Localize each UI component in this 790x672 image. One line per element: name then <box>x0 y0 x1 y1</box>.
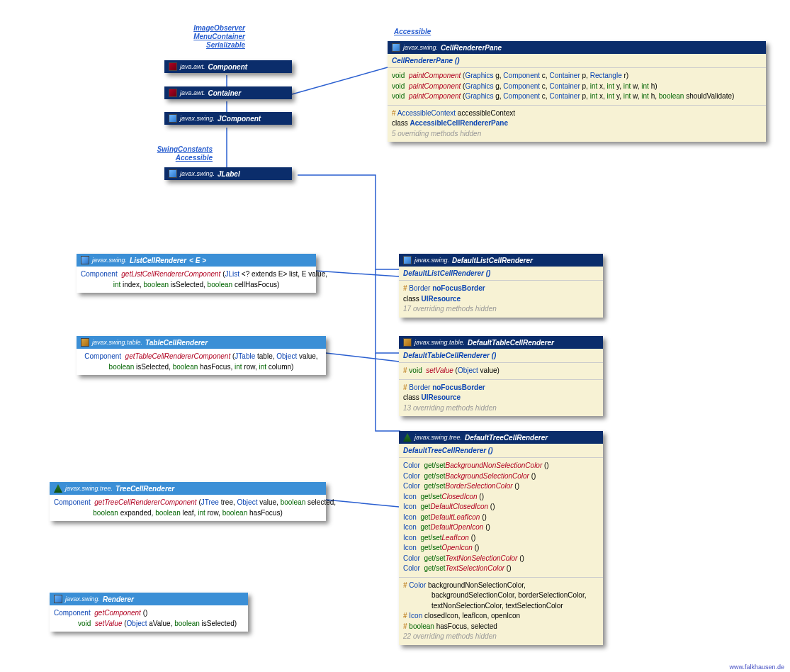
interface-renderer[interactable]: javax.swing.Renderer Component getCompon… <box>50 593 248 632</box>
interface-accessible-top: Accessible <box>394 28 444 36</box>
svg-line-6 <box>326 500 399 507</box>
args: (Graphics g, Component c, Container p, R… <box>463 72 628 79</box>
class-defaultlistcellrenderer[interactable]: javax.swing.DefaultListCellRenderer Defa… <box>399 254 603 318</box>
interface-icon <box>81 338 89 347</box>
interface-swingconstants[interactable]: SwingConstants <box>128 145 213 154</box>
interface-imageobserver[interactable]: ImageObserver <box>160 24 245 33</box>
interface-treecellrenderer[interactable]: javax.swing.tree.TreeCellRenderer Compon… <box>50 482 326 521</box>
class-icon <box>169 62 177 71</box>
class-icon <box>169 89 177 97</box>
class-icon <box>169 114 177 123</box>
interface-accessible[interactable]: Accessible <box>394 28 444 36</box>
tree-icon <box>54 484 62 493</box>
interface-tags-jlabel: SwingConstants Accessible <box>128 145 213 162</box>
interface-icon <box>81 256 89 264</box>
class-jcomponent[interactable]: javax.swing.JComponent <box>164 112 292 125</box>
interface-icon <box>54 595 62 603</box>
tree-icon <box>403 433 412 442</box>
class-cellrendererpane[interactable]: javax.swing.CellRendererPane CellRendere… <box>388 41 766 142</box>
diagram-canvas: ImageObserver MenuContainer Serializable… <box>0 0 790 672</box>
interface-menucontainer[interactable]: MenuContainer <box>160 33 245 41</box>
class-icon <box>403 256 412 264</box>
class-icon <box>392 43 400 52</box>
interface-serializable[interactable]: Serializable <box>160 41 245 50</box>
svg-line-5 <box>326 353 399 362</box>
class-component[interactable]: java.awt.Component <box>164 60 292 73</box>
class-icon <box>169 169 177 178</box>
interface-listcellrenderer[interactable]: javax.swing.ListCellRenderer< E > Compon… <box>77 254 316 293</box>
class-defaulttreecellrenderer[interactable]: javax.swing.tree.DefaultTreeCellRenderer… <box>399 431 603 645</box>
class-container[interactable]: java.awt.Container <box>164 86 292 99</box>
class-defaulttablecellrenderer[interactable]: javax.swing.table.DefaultTableCellRender… <box>399 336 603 416</box>
svg-line-4 <box>315 271 399 276</box>
ctor: CellRendererPane () <box>392 57 460 65</box>
svg-line-3 <box>292 67 388 94</box>
interface-tags-top: ImageObserver MenuContainer Serializable <box>160 24 245 50</box>
class-jlabel[interactable]: javax.swing.JLabel <box>164 167 292 180</box>
dtreecr-methods: Color get/setBackgroundNonSelectionColor… <box>399 457 603 577</box>
class-icon <box>403 338 412 347</box>
watermark: www.falkhausen.de <box>729 663 784 671</box>
interface-accessible2[interactable]: Accessible <box>128 154 213 162</box>
interface-tablecellrenderer[interactable]: javax.swing.table.TableCellRenderer Comp… <box>77 336 326 375</box>
